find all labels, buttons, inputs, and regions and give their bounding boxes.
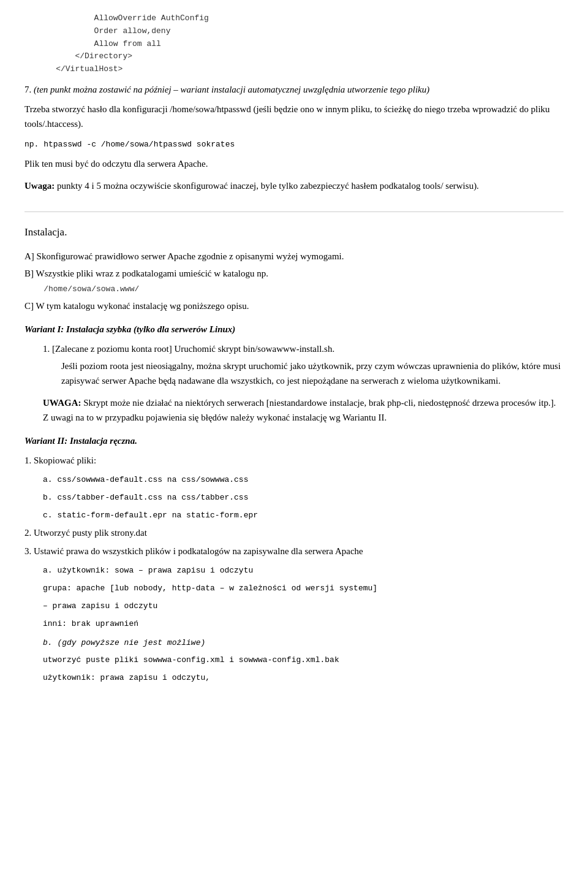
uwaga2-text: Skrypt może nie działać na niektórych se… — [43, 398, 556, 422]
steps-abc: A] Skonfigurować prawidłowo serwer Apach… — [24, 249, 564, 313]
w2-item1b: b. css/tabber-default.css na css/tabber.… — [43, 493, 248, 502]
w2-item3a: a. użytkownik: sowa – prawa zapisu i odc… — [43, 562, 564, 630]
wariant2-text: Instalacja ręczna. — [67, 436, 137, 446]
w2-item2: 2. Utworzyć pusty plik strony.dat — [24, 525, 564, 540]
w2-item3a-others: inni: brak uprawnień — [43, 619, 138, 628]
uwaga-block: Uwaga: punkty 4 i 5 można oczywiście sko… — [24, 178, 564, 193]
step-c: C] W tym katalogu wykonać instalację wg … — [24, 299, 564, 313]
section7-np: np. htpasswd -c /home/sowa/htpasswd sokr… — [24, 140, 235, 149]
w2-item3b-text1: utworzyć puste pliki sowwwa-config.xml i… — [43, 655, 339, 665]
wariant1-label: Wariant I: — [24, 324, 64, 334]
wariant2-section: Wariant II: Instalacja ręczna. 1. Skopio… — [24, 433, 564, 685]
w2-item3a-user: a. użytkownik: sowa – prawa zapisu i odc… — [43, 566, 253, 575]
w2-item1a: a. css/sowwwa-default.css na css/sowwwa.… — [43, 475, 248, 484]
code-block-top: AllowOverride AuthConfig Order allow,den… — [24, 12, 564, 76]
section7-italic: (ten punkt można zostawić na później – w… — [34, 85, 429, 94]
w2-item1-subitems: a. css/sowwwa-default.css na css/sowwwa.… — [43, 471, 564, 522]
w2-item3b: b. (gdy powyższe nie jest możliwe) utwor… — [43, 634, 564, 685]
section7-number: 7. — [24, 85, 34, 94]
step-b: B] Wszystkie pliki wraz z podkatalogami … — [24, 269, 268, 278]
uwaga-label: Uwaga: — [24, 181, 55, 191]
w2-item3a-group2: – prawa zapisu i odczytu — [43, 601, 157, 611]
wariant1-section: Wariant I: Instalacja szybka (tylko dla … — [24, 322, 564, 425]
w1-item1-desc: Jeśli poziom roota jest nieosiągalny, mo… — [43, 359, 564, 388]
wariant1-items: 1. [Zalecane z poziomu konta root] Uruch… — [24, 341, 564, 388]
w2-item3a-group: grupa: apache [lub nobody, http-data – w… — [43, 584, 377, 593]
w1-item1-pre: 1. [Zalecane z poziomu konta root] Uruch… — [43, 344, 334, 354]
step-a: A] Skonfigurować prawidłowo serwer Apach… — [24, 249, 564, 264]
uwaga2-label: UWAGA: — [43, 398, 81, 408]
wariant1-text: Instalacja szybka (tylko dla serwerów Li… — [64, 324, 235, 334]
instalacja-heading: Instalacja. — [24, 224, 564, 240]
uwaga2-block: UWAGA: Skrypt może nie działać na niektó… — [24, 395, 564, 425]
wariant2-items: 1. Skopiować pliki: a. css/sowwwa-defaul… — [24, 453, 564, 685]
w2-item3: 3. Ustawić prawa do wszystkich plików i … — [24, 546, 363, 556]
wariant2-label: Wariant II: — [24, 436, 67, 446]
section7-text1: Trzeba stworzyć hasło dla konfiguracji /… — [24, 102, 564, 131]
section7: 7. (ten punkt można zostawić na później … — [24, 82, 564, 171]
w2-item3b-italic: b. (gdy powyższe nie jest możliwe) — [43, 638, 205, 647]
section-divider — [24, 211, 564, 212]
step-b-code: /home/sowa/sowa.www/ — [24, 283, 564, 296]
w2-item1c: c. static-form-default.epr na static-for… — [43, 511, 258, 520]
w2-item3b-text2: użytkownik: prawa zapisu i odczytu, — [43, 673, 210, 682]
section7-text2: Plik ten musi być do odczytu dla serwera… — [24, 156, 564, 171]
uwaga-text: punkty 4 i 5 można oczywiście skonfiguro… — [55, 181, 479, 191]
w2-item1: 1. Skopiować pliki: — [24, 453, 564, 468]
